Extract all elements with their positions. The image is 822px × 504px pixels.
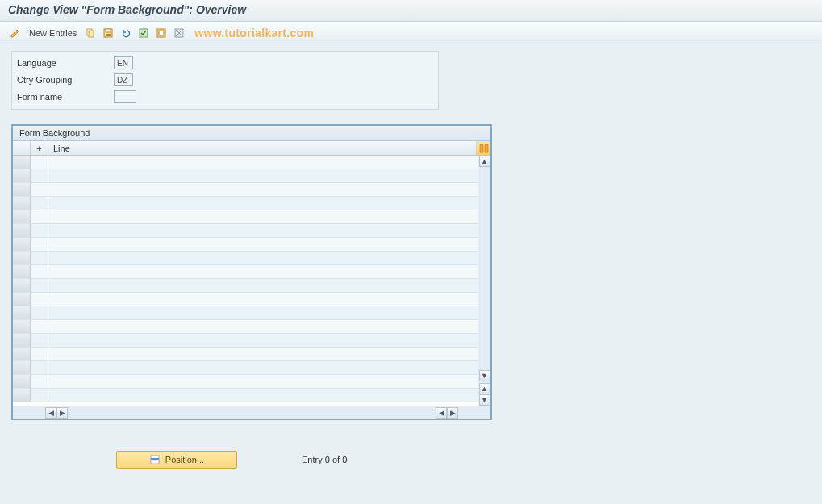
table-row[interactable] xyxy=(13,156,478,169)
table-row[interactable] xyxy=(13,169,478,183)
table-row[interactable] xyxy=(13,375,478,389)
row-selector[interactable] xyxy=(13,210,31,223)
column-header-selector[interactable] xyxy=(13,141,31,155)
cell-line[interactable] xyxy=(48,238,478,251)
cell-line[interactable] xyxy=(48,361,478,374)
copy-icon[interactable] xyxy=(83,26,98,40)
form-name-field[interactable] xyxy=(114,90,136,103)
row-selector[interactable] xyxy=(13,252,31,264)
cell-line[interactable] xyxy=(48,197,478,210)
row-selector[interactable] xyxy=(13,183,31,196)
row-selector[interactable] xyxy=(13,389,31,402)
cell-plus[interactable] xyxy=(31,210,48,223)
scroll-right-button[interactable]: ▶ xyxy=(56,407,68,419)
cell-plus[interactable] xyxy=(31,252,48,264)
cell-plus[interactable] xyxy=(31,306,48,319)
cell-plus[interactable] xyxy=(31,279,48,292)
row-selector[interactable] xyxy=(13,169,31,182)
cell-line[interactable] xyxy=(48,252,478,264)
cell-line[interactable] xyxy=(48,306,478,319)
cell-plus[interactable] xyxy=(31,375,48,388)
cell-plus[interactable] xyxy=(31,265,48,278)
cell-line[interactable] xyxy=(48,320,478,333)
cell-line[interactable] xyxy=(48,348,478,360)
horizontal-scroll-track[interactable] xyxy=(68,408,436,418)
table-row[interactable] xyxy=(13,224,478,238)
cell-line[interactable] xyxy=(48,375,478,388)
scroll-down-button-2[interactable]: ▼ xyxy=(479,394,490,406)
cell-line[interactable] xyxy=(48,169,478,182)
scroll-left-button-2[interactable]: ◀ xyxy=(436,407,447,419)
table-configure-icon[interactable] xyxy=(476,141,490,155)
cell-plus[interactable] xyxy=(31,361,48,374)
row-selector[interactable] xyxy=(13,293,31,306)
cell-plus[interactable] xyxy=(31,169,48,182)
cell-plus[interactable] xyxy=(31,293,48,306)
row-selector[interactable] xyxy=(13,265,31,278)
save-icon[interactable] xyxy=(101,26,115,40)
cell-line[interactable] xyxy=(48,224,478,237)
table-row[interactable] xyxy=(13,265,478,279)
language-field[interactable]: EN xyxy=(114,56,133,69)
table-row[interactable] xyxy=(13,348,478,361)
new-entries-button[interactable]: New Entries xyxy=(26,28,80,38)
table-row[interactable] xyxy=(13,183,478,197)
table-row[interactable] xyxy=(13,279,478,293)
row-selector[interactable] xyxy=(13,306,31,319)
cell-plus[interactable] xyxy=(31,197,48,210)
cell-plus[interactable] xyxy=(31,320,48,333)
cell-line[interactable] xyxy=(48,334,478,347)
position-button[interactable]: Position... xyxy=(116,451,237,469)
row-selector[interactable] xyxy=(13,197,31,210)
table-row[interactable] xyxy=(13,306,478,320)
table-row[interactable] xyxy=(13,389,478,402)
cell-line[interactable] xyxy=(48,389,478,402)
cell-line[interactable] xyxy=(48,293,478,306)
row-selector[interactable] xyxy=(13,238,31,251)
row-selector[interactable] xyxy=(13,320,31,333)
table-row[interactable] xyxy=(13,293,478,306)
scroll-up-button-2[interactable]: ▲ xyxy=(479,383,490,394)
cell-line[interactable] xyxy=(48,279,478,292)
cell-plus[interactable] xyxy=(31,334,48,347)
table-row[interactable] xyxy=(13,197,478,210)
cell-line[interactable] xyxy=(48,210,478,223)
row-selector[interactable] xyxy=(13,224,31,237)
scroll-up-button[interactable]: ▲ xyxy=(479,156,490,167)
row-selector[interactable] xyxy=(13,375,31,388)
row-selector[interactable] xyxy=(13,279,31,292)
select-all-icon[interactable] xyxy=(136,26,151,40)
ctry-grouping-field[interactable]: DZ xyxy=(114,73,133,86)
row-selector[interactable] xyxy=(13,361,31,374)
row-selector[interactable] xyxy=(13,348,31,360)
cell-plus[interactable] xyxy=(31,238,48,251)
scroll-down-button[interactable]: ▼ xyxy=(479,370,490,381)
table-row[interactable] xyxy=(13,320,478,334)
row-selector[interactable] xyxy=(13,156,31,169)
cell-line[interactable] xyxy=(48,183,478,196)
table-row[interactable] xyxy=(13,334,478,348)
undo-icon[interactable] xyxy=(119,26,133,40)
column-header-plus[interactable]: + xyxy=(31,141,48,155)
cell-line[interactable] xyxy=(48,265,478,278)
scroll-left-button[interactable]: ◀ xyxy=(45,407,56,419)
vertical-scroll-track[interactable] xyxy=(478,167,490,370)
cell-plus[interactable] xyxy=(31,348,48,360)
cell-plus[interactable] xyxy=(31,183,48,196)
cell-plus[interactable] xyxy=(31,156,48,169)
row-selector[interactable] xyxy=(13,334,31,347)
select-block-icon[interactable] xyxy=(154,26,169,40)
table-row[interactable] xyxy=(13,361,478,375)
cell-plus[interactable] xyxy=(31,389,48,402)
deselect-all-icon[interactable] xyxy=(172,26,186,40)
edit-icon[interactable] xyxy=(8,26,23,40)
table-row[interactable] xyxy=(13,210,478,224)
scroll-right-button-2[interactable]: ▶ xyxy=(447,407,458,419)
vertical-scrollbar[interactable]: ▲ ▼ ▲ ▼ xyxy=(478,156,490,406)
table-row[interactable] xyxy=(13,238,478,252)
column-header-line[interactable]: Line xyxy=(48,141,476,155)
cell-plus[interactable] xyxy=(31,224,48,237)
table-row[interactable] xyxy=(13,252,478,265)
cell-line[interactable] xyxy=(48,156,478,169)
horizontal-scrollbar[interactable]: ◀ ▶ ◀ ▶ xyxy=(13,406,490,419)
